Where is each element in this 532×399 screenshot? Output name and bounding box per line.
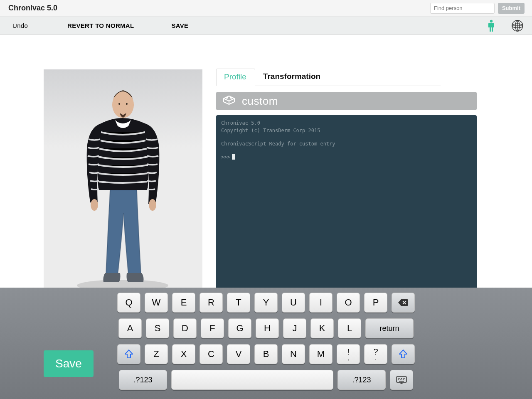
key-y[interactable]: Y <box>254 293 278 313</box>
key-s[interactable]: S <box>146 318 169 338</box>
section-title: custom <box>242 95 278 108</box>
key-c[interactable]: C <box>200 344 223 364</box>
key-period[interactable]: ?. <box>364 344 387 364</box>
key-o[interactable]: O <box>337 293 360 313</box>
key-h[interactable]: H <box>256 318 279 338</box>
key-shift-left[interactable] <box>117 344 140 364</box>
svg-point-10 <box>118 103 120 105</box>
terminal-prompt: >>> <box>221 153 472 161</box>
menu-bar: Undo REVERT TO NORMAL SAVE <box>0 17 532 35</box>
terminal-line: Copyright (c) TransDerm Corp 2015 <box>221 127 472 134</box>
revert-button[interactable]: REVERT TO NORMAL <box>67 22 134 29</box>
svg-rect-24 <box>399 381 404 382</box>
search-input[interactable] <box>430 3 495 14</box>
section-custom-header: custom <box>216 92 477 110</box>
globe-icon[interactable] <box>511 20 524 32</box>
save-button[interactable]: Save <box>44 350 94 377</box>
key-u[interactable]: U <box>282 293 305 313</box>
key-space[interactable] <box>171 370 333 390</box>
key-p[interactable]: P <box>364 293 387 313</box>
block-icon <box>222 94 236 109</box>
key-comma[interactable]: !, <box>337 344 360 364</box>
svg-rect-23 <box>403 379 404 380</box>
key-d[interactable]: D <box>173 318 197 338</box>
key-n[interactable]: N <box>282 344 305 364</box>
key-q[interactable]: Q <box>117 293 140 313</box>
svg-rect-19 <box>404 378 405 379</box>
svg-rect-18 <box>403 378 404 379</box>
key-backspace[interactable] <box>392 293 415 313</box>
terminal-line: Chronivac 5.0 <box>221 119 472 127</box>
svg-rect-16 <box>399 378 400 379</box>
key-l[interactable]: L <box>338 318 361 338</box>
key-hide-keyboard[interactable] <box>390 370 413 390</box>
keyboard-row-2: ASDFGHJKLreturn <box>0 318 532 338</box>
svg-rect-15 <box>398 378 399 379</box>
svg-rect-22 <box>401 379 402 380</box>
top-right-controls: Submit <box>430 3 525 14</box>
key-v[interactable]: V <box>227 344 250 364</box>
key-j[interactable]: J <box>283 318 306 338</box>
svg-point-7 <box>91 199 98 211</box>
person-mode-icon[interactable] <box>486 20 496 32</box>
key-x[interactable]: X <box>172 344 195 364</box>
save-menu-button[interactable]: SAVE <box>171 22 188 29</box>
key-a[interactable]: A <box>118 318 142 338</box>
svg-point-12 <box>226 96 228 99</box>
svg-rect-17 <box>401 378 402 379</box>
svg-rect-20 <box>398 379 399 380</box>
terminal[interactable]: Chronivac 5.0 Copyright (c) TransDerm Co… <box>216 115 477 289</box>
tab-profile[interactable]: Profile <box>216 69 255 86</box>
svg-point-0 <box>490 20 493 22</box>
svg-point-8 <box>149 199 156 211</box>
key-numsym-left[interactable]: .?123 <box>119 370 167 390</box>
cursor-icon <box>232 154 235 160</box>
key-shift-right[interactable] <box>392 344 415 364</box>
keyboard-row-1: QWERTYUIOP <box>0 293 532 313</box>
key-t[interactable]: T <box>227 293 250 313</box>
key-g[interactable]: G <box>228 318 251 338</box>
key-e[interactable]: E <box>172 293 195 313</box>
submit-button[interactable]: Submit <box>498 3 525 14</box>
top-bar: Chronivac 5.0 Submit <box>0 0 532 17</box>
right-pane: Profile Transformation custom Chronivac … <box>216 69 478 289</box>
key-w[interactable]: W <box>145 293 168 313</box>
terminal-line: ChronivacScript Ready for custom entry <box>221 140 472 148</box>
svg-point-13 <box>230 96 232 99</box>
svg-point-11 <box>126 103 128 105</box>
key-i[interactable]: I <box>309 293 332 313</box>
key-b[interactable]: B <box>254 344 278 364</box>
key-f[interactable]: F <box>201 318 224 338</box>
tabs: Profile Transformation <box>216 69 441 86</box>
key-r[interactable]: R <box>200 293 223 313</box>
app-title: Chronivac 5.0 <box>8 4 57 12</box>
key-numsym-right[interactable]: .?123 <box>337 370 386 390</box>
subject-photo <box>44 69 202 294</box>
key-return[interactable]: return <box>365 318 414 338</box>
on-screen-keyboard: QWERTYUIOP ASDFGHJKLreturn ZXCVBNM!,?. .… <box>0 288 532 399</box>
key-k[interactable]: K <box>310 318 334 338</box>
svg-rect-21 <box>400 379 401 380</box>
undo-button[interactable]: Undo <box>12 22 28 29</box>
key-z[interactable]: Z <box>145 344 168 364</box>
tab-transformation[interactable]: Transformation <box>255 68 329 86</box>
key-m[interactable]: M <box>309 344 332 364</box>
